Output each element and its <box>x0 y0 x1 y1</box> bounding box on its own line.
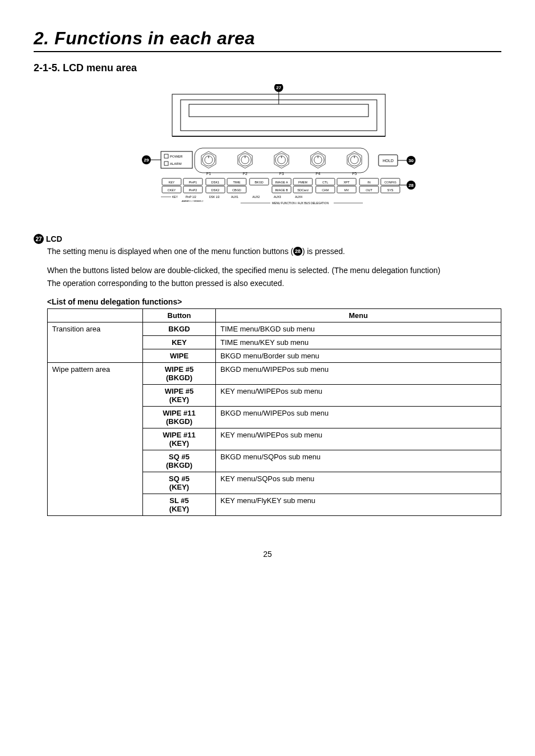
svg-text:AMBER 1 / GREEN 2: AMBER 1 / GREEN 2 <box>182 200 204 202</box>
svg-point-16 <box>202 154 215 166</box>
button-cell: KEY <box>143 335 216 349</box>
knobs: F1F2F3F4F5 <box>201 151 362 176</box>
item-number-circle: 27 <box>34 234 44 244</box>
category-cell: Wipe pattern area <box>48 362 143 515</box>
menu-cell: KEY menu/WIPEPos sub menu <box>216 428 501 450</box>
item-p3: The operation corresponding to the butto… <box>47 278 501 289</box>
svg-text:AUX4: AUX4 <box>295 195 302 199</box>
category-cell: Transition area <box>48 322 143 362</box>
svg-text:DSK1: DSK1 <box>211 181 219 184</box>
svg-text:30: 30 <box>409 158 414 163</box>
svg-rect-40 <box>195 148 368 173</box>
button-cell: WIPE #5(KEY) <box>143 384 216 406</box>
svg-text:F4: F4 <box>316 172 320 176</box>
menu-cell: KEY menu/SQPos sub menu <box>216 472 501 494</box>
svg-text:F3: F3 <box>279 172 284 176</box>
col-button: Button <box>143 308 216 322</box>
menu-cell: BKGD menu/WIPEPos sub menu <box>216 406 501 428</box>
svg-rect-2 <box>189 104 368 117</box>
svg-marker-15 <box>201 151 216 168</box>
svg-point-26 <box>275 154 288 166</box>
svg-text:TIME: TIME <box>233 181 240 184</box>
col-menu: Menu <box>216 308 501 322</box>
svg-point-21 <box>239 154 251 166</box>
svg-text:29: 29 <box>144 158 149 163</box>
button-cell: WIPE #11(KEY) <box>143 428 216 450</box>
callout-29: 29 <box>142 155 161 164</box>
table-row: Transition areaBKGDTIME menu/BKGD sub me… <box>48 322 501 335</box>
button-cell: WIPE <box>143 349 216 362</box>
svg-text:F5: F5 <box>352 172 357 176</box>
item-name: LCD <box>46 234 62 243</box>
page-number: 25 <box>34 550 501 559</box>
button-cell: BKGD <box>143 322 216 335</box>
chapter-title: 2. Functions in each area <box>34 28 501 49</box>
svg-text:CKEY: CKEY <box>168 188 176 192</box>
svg-text:CONFIG: CONFIG <box>384 181 396 184</box>
item-p2: When the buttons listed below are double… <box>47 265 501 276</box>
svg-text:PinP2: PinP2 <box>189 188 197 192</box>
chapter-rule <box>34 51 501 52</box>
svg-text:KEY: KEY <box>168 181 174 184</box>
svg-text:BKGD: BKGD <box>255 181 264 184</box>
svg-marker-30 <box>311 151 325 168</box>
svg-text:AUX2: AUX2 <box>252 195 260 199</box>
svg-text:AUX3: AUX3 <box>274 195 281 199</box>
menu-cell: TIME menu/KEY sub menu <box>216 335 501 349</box>
delegation-table: Button Menu Transition areaBKGDTIME menu… <box>47 308 501 516</box>
button-cell: SQ #5(KEY) <box>143 472 216 494</box>
menu-cell: BKGD menu/SQPos sub menu <box>216 450 501 472</box>
svg-text:POWER: POWER <box>170 155 183 158</box>
menu-function-buttons: KEYPinP1DSK1TIMEBKGDIMAGE AFMEMCTLXPTINC… <box>162 178 400 193</box>
svg-text:KEY: KEY <box>172 195 178 199</box>
svg-point-36 <box>348 154 361 166</box>
callout-30: 30 <box>398 156 416 165</box>
svg-text:MENU FUNCTION / AUX BUS DELEGA: MENU FUNCTION / AUX BUS DELEGATION <box>272 201 329 205</box>
svg-text:IN: IN <box>367 181 371 184</box>
svg-marker-25 <box>274 151 289 168</box>
button-cell: WIPE #5(BKGD) <box>143 362 216 384</box>
sub-labels: KEY PinP 1/2 AMBER 1 / GREEN 2 DSK 1/2 A… <box>161 195 363 205</box>
svg-text:OUT: OUT <box>366 188 372 192</box>
item-p1: The setting menu is displayed when one o… <box>47 246 501 257</box>
menu-cell: KEY menu/WIPEPos sub menu <box>216 384 501 406</box>
item-27-heading: 27 LCD <box>34 234 501 244</box>
svg-text:PinP1: PinP1 <box>189 181 197 184</box>
button-cell: SQ #5(BKGD) <box>143 450 216 472</box>
svg-text:XPT: XPT <box>344 181 350 184</box>
svg-text:SDCard: SDCard <box>297 188 308 192</box>
button-cell: SL #5(KEY) <box>143 494 216 515</box>
power-alarm-box: POWER ALARM <box>161 151 192 168</box>
menu-cell: BKGD menu/WIPEPos sub menu <box>216 362 501 384</box>
hold-button: HOLD <box>379 155 398 166</box>
svg-text:AUX1: AUX1 <box>231 195 238 199</box>
svg-rect-8 <box>164 154 168 158</box>
svg-text:HOLD: HOLD <box>382 159 393 163</box>
svg-text:F1: F1 <box>206 172 211 176</box>
svg-point-31 <box>312 154 324 166</box>
ref-28-circle: 28 <box>293 247 302 256</box>
svg-text:27: 27 <box>276 85 282 90</box>
table-heading: <List of menu delegation functions> <box>47 297 501 306</box>
svg-text:CTL: CTL <box>322 181 328 184</box>
menu-cell: BKGD menu/Border sub menu <box>216 349 501 362</box>
svg-text:IMAGE B: IMAGE B <box>275 188 288 192</box>
svg-marker-20 <box>238 151 252 168</box>
svg-text:PinP 1/2: PinP 1/2 <box>186 195 196 199</box>
table-row: Wipe pattern areaWIPE #5(BKGD)BKGD menu/… <box>48 362 501 384</box>
svg-text:FMEM: FMEM <box>298 181 308 184</box>
svg-text:IMAGE A: IMAGE A <box>275 181 288 184</box>
svg-text:28: 28 <box>409 183 414 188</box>
menu-cell: TIME menu/BKGD sub menu <box>216 322 501 335</box>
menu-cell: KEY menu/FlyKEY sub menu <box>216 494 501 515</box>
svg-text:DSK2: DSK2 <box>211 188 219 192</box>
svg-text:F2: F2 <box>243 172 247 176</box>
button-cell: WIPE #11(BKGD) <box>143 406 216 428</box>
svg-rect-10 <box>164 162 168 165</box>
svg-text:ALARM: ALARM <box>170 162 182 165</box>
svg-text:MV: MV <box>344 188 349 192</box>
svg-text:DSK 1/2: DSK 1/2 <box>209 195 220 199</box>
callout-28: 28 <box>399 181 416 190</box>
svg-rect-7 <box>161 151 192 168</box>
svg-text:SYS: SYS <box>387 188 393 192</box>
